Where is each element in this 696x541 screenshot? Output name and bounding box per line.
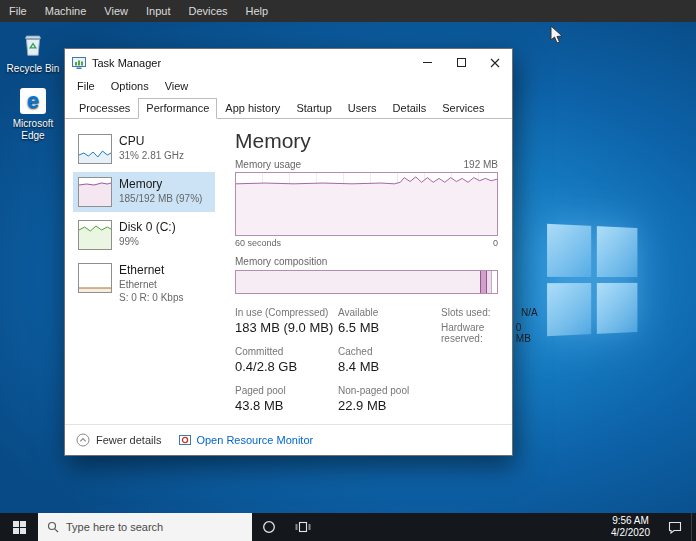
resource-monitor-icon [179,434,191,446]
desktop-icon-recycle-bin[interactable]: Recycle Bin [4,30,62,75]
edge-icon: e [20,88,46,114]
stat-label-committed: Committed [235,346,338,357]
clock-time: 9:56 AM [611,515,650,527]
system-tray: 9:56 AM 4/2/2020 [602,513,696,541]
composition-in-use-segment [236,271,481,293]
stat-label-in-use: In use (Compressed) [235,307,338,318]
desktop-icon-microsoft-edge[interactable]: e Microsoft Edge [4,88,62,141]
tab-performance[interactable]: Performance [138,98,217,119]
time-axis-right: 0 [493,238,498,248]
tab-details[interactable]: Details [385,98,435,118]
sidebar-item-memory[interactable]: Memory 185/192 MB (97%) [73,172,215,212]
cpu-mini-graph [78,134,112,164]
wallpaper-logo-pane [597,283,638,334]
open-resource-monitor-link[interactable]: Open Resource Monitor [179,434,313,446]
stat-value-non-paged-pool: 22.9 MB [338,398,435,413]
memory-panel-title: Memory [235,129,498,153]
memory-hardware-stats: Slots used: N/A Hardware reserved: 0 MB [441,307,538,424]
vbox-menu-help[interactable]: Help [237,0,278,22]
tab-startup[interactable]: Startup [288,98,339,118]
sidebar-item-disk[interactable]: Disk 0 (C:) 99% [73,215,215,255]
desktop-icon-label: Microsoft Edge [4,118,62,141]
taskbar: Type here to search 9:56 AM 4/2/2020 [0,513,696,541]
show-desktop-button[interactable] [691,513,696,541]
slots-used-row: Slots used: N/A [441,307,538,318]
hardware-reserved-row: Hardware reserved: 0 MB [441,322,538,344]
cortana-icon [262,520,276,534]
cortana-button[interactable] [252,513,286,541]
windows-logo-pane [20,521,26,527]
slots-used-label: Slots used: [441,307,521,318]
vbox-menu-file[interactable]: File [0,0,36,22]
taskbar-search-input[interactable]: Type here to search [38,513,252,541]
window-title: Task Manager [92,57,161,69]
desktop-icon-label: Recycle Bin [4,63,62,75]
fewer-details-label: Fewer details [96,434,161,446]
minimize-button[interactable] [410,49,444,76]
tm-menu-options[interactable]: Options [103,78,157,94]
performance-pane: CPU 31% 2.81 GHz Memory 185/192 MB (97%) [65,119,512,424]
window-caption-buttons [410,49,512,76]
start-button[interactable] [0,513,38,541]
tab-users[interactable]: Users [340,98,385,118]
graph-time-axis: 60 seconds 0 [235,238,498,248]
task-manager-menubar: File Options View [65,76,512,96]
memory-mini-graph [78,177,112,207]
chevron-up-circle-icon [76,433,90,447]
tm-menu-view[interactable]: View [157,78,197,94]
clock-date: 4/2/2020 [611,527,650,539]
maximize-button[interactable] [444,49,478,76]
search-placeholder: Type here to search [66,521,163,533]
memory-usage-label: Memory usage [235,159,301,170]
open-resource-monitor-label: Open Resource Monitor [196,434,313,446]
sidebar-ethernet-throughput: S: 0 R: 0 Kbps [119,291,183,304]
sidebar-ethernet-name: Ethernet [119,263,183,278]
windows-logo-pane [13,521,19,527]
task-manager-tabs: Processes Performance App history Startu… [65,96,512,119]
memory-stats: In use (Compressed) Available 183 MB (9.… [235,307,498,424]
tab-services[interactable]: Services [434,98,492,118]
tab-app-history[interactable]: App history [217,98,288,118]
wallpaper-logo-pane [547,224,591,277]
memory-stats-grid: In use (Compressed) Available 183 MB (9.… [235,307,435,424]
windows-wallpaper-logo [547,224,637,336]
action-center-button[interactable] [659,521,691,534]
vbox-menu-input[interactable]: Input [137,0,179,22]
sidebar-item-cpu[interactable]: CPU 31% 2.81 GHz [73,129,215,169]
memory-composition-label: Memory composition [235,256,498,267]
sidebar-item-ethernet[interactable]: Ethernet Ethernet S: 0 R: 0 Kbps [73,258,215,309]
action-center-icon [668,521,682,534]
tab-processes[interactable]: Processes [71,98,138,118]
slots-used-value: N/A [521,307,538,318]
stat-value-committed: 0.4/2.8 GB [235,359,338,374]
task-manager-window: Task Manager File Options View Processes… [64,48,513,456]
memory-usage-header: Memory usage 192 MB [235,159,498,170]
taskbar-clock[interactable]: 9:56 AM 4/2/2020 [602,515,659,539]
stat-label-paged-pool: Paged pool [235,385,338,396]
sidebar-memory-name: Memory [119,177,202,192]
memory-usage-line [236,173,497,235]
sidebar-ethernet-detail: Ethernet [119,278,183,291]
tm-menu-file[interactable]: File [69,78,103,94]
windows-logo-icon [13,521,26,534]
task-manager-titlebar[interactable]: Task Manager [65,49,512,76]
close-button[interactable] [478,49,512,76]
time-axis-left: 60 seconds [235,238,281,248]
fewer-details-button[interactable]: Fewer details [76,433,161,447]
vbox-menu-machine[interactable]: Machine [36,0,96,22]
stat-value-paged-pool: 43.8 MB [235,398,338,413]
composition-free-segment [492,271,497,293]
performance-sidebar: CPU 31% 2.81 GHz Memory 185/192 MB (97%) [73,129,221,424]
hardware-reserved-value: 0 MB [516,322,538,344]
task-manager-footer: Fewer details Open Resource Monitor [65,424,512,455]
ethernet-mini-graph [78,263,112,293]
sidebar-disk-detail: 99% [119,235,176,248]
edge-glyph: e [27,90,39,112]
sidebar-cpu-detail: 31% 2.81 GHz [119,149,184,162]
close-icon [490,58,500,68]
memory-composition-bar [235,270,498,294]
task-view-button[interactable] [286,513,320,541]
vbox-menu-devices[interactable]: Devices [179,0,236,22]
vbox-menu-view[interactable]: View [95,0,137,22]
task-view-icon [295,520,311,534]
